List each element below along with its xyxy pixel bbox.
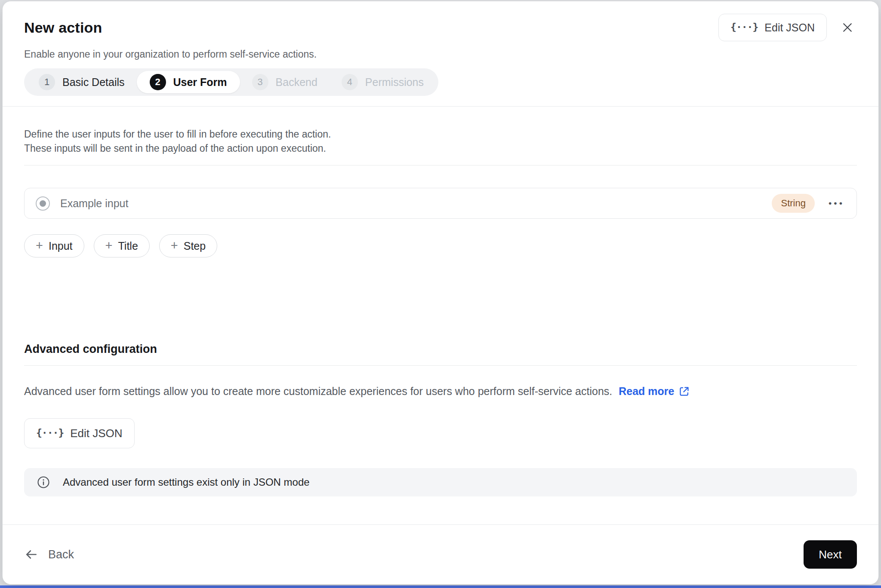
plus-icon: + [36,239,43,252]
back-arrow-icon [24,547,39,562]
edit-json-label: Edit JSON [70,427,122,440]
step-label: Backend [276,76,317,89]
back-label: Back [48,548,74,561]
add-step-button[interactable]: + Step [159,234,217,257]
step-label: Permissions [365,76,424,89]
new-action-modal: New action {···} Edit JSON Enable anyone… [2,1,879,585]
step-number: 4 [342,74,358,90]
read-more-link[interactable]: Read more [619,384,690,398]
edit-json-button-header[interactable]: {···} Edit JSON [718,14,827,41]
add-buttons-row: + Input + Title + Step [24,234,857,257]
input-row-label: Example input [60,197,128,210]
add-title-button[interactable]: + Title [94,234,150,257]
stepper-step-basic-details[interactable]: 1 Basic Details [27,71,137,93]
step-label: User Form [173,76,227,89]
stepper-step-backend[interactable]: 3 Backend [240,71,330,93]
next-button[interactable]: Next [804,540,857,569]
radio-icon [36,196,50,211]
advanced-configuration-section: Advanced configuration Advanced user for… [24,343,857,496]
plus-icon: + [105,239,113,252]
modal-footer: Back Next [3,524,878,584]
edit-json-button-advanced[interactable]: {···} Edit JSON [24,418,135,448]
advanced-heading: Advanced configuration [24,343,857,356]
divider [24,365,857,366]
form-description-line2: These inputs will be sent in the payload… [24,141,857,156]
json-braces-icon: {···} [730,21,758,33]
step-number: 1 [39,74,55,90]
info-icon [37,476,50,489]
stepper: 1 Basic Details 2 User Form 3 Backend 4 … [24,68,438,96]
row-menu-button[interactable]: ••• [828,196,845,210]
stepper-step-permissions[interactable]: 4 Permissions [330,71,436,93]
advanced-description: Advanced user form settings allow you to… [24,385,612,397]
info-banner: Advanced user form settings exist only i… [24,468,857,496]
json-braces-icon: {···} [36,427,64,438]
read-more-label: Read more [619,384,674,398]
edit-json-label: Edit JSON [764,21,815,34]
back-button[interactable]: Back [24,547,74,562]
step-number: 3 [252,74,268,90]
step-label: Basic Details [62,76,125,89]
modal-header: New action {···} Edit JSON Enable anyone… [3,1,878,107]
page-title: New action [24,19,102,36]
step-number: 2 [150,74,166,90]
add-input-button[interactable]: + Input [24,234,84,257]
modal-subtitle: Enable anyone in your organization to pe… [24,48,857,61]
info-banner-text: Advanced user form settings exist only i… [63,476,310,488]
external-link-icon [678,386,690,397]
form-input-row[interactable]: Example input String ••• [24,188,857,219]
add-step-label: Step [184,240,206,252]
add-title-label: Title [118,240,138,252]
form-description-line1: Define the user inputs for the user to f… [24,127,857,141]
backdrop-bottom-accent [0,585,881,588]
type-badge[interactable]: String [772,194,814,213]
add-input-label: Input [49,240,73,252]
ellipsis-icon: ••• [829,198,844,208]
divider [24,165,857,165]
close-icon [841,21,854,34]
close-button[interactable] [838,18,857,37]
modal-body: Define the user inputs for the user to f… [3,107,878,524]
stepper-step-user-form[interactable]: 2 User Form [137,71,240,93]
plus-icon: + [171,239,178,252]
